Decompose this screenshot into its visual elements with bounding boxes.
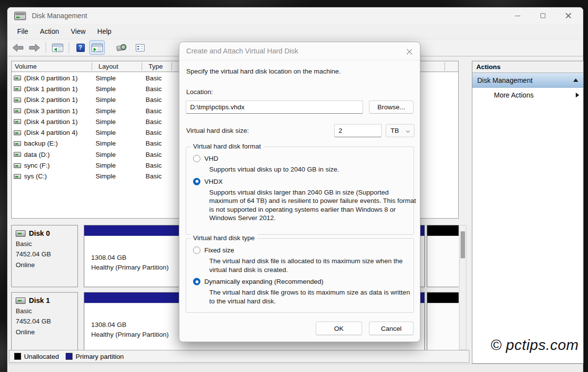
dialog-close-button[interactable] xyxy=(404,47,414,56)
vhdx-radio[interactable] xyxy=(193,178,200,185)
volume-layout: Simple xyxy=(96,118,146,125)
volume-layout: Simple xyxy=(96,85,146,93)
unallocated-box[interactable] xyxy=(427,225,459,287)
disk-size: 7452.04 GB xyxy=(16,250,77,258)
format-groupbox: Virtual hard disk format VHD Supports vi… xyxy=(186,147,414,235)
help-button[interactable]: ? xyxy=(73,41,88,54)
volume-layout: Simple xyxy=(96,96,146,103)
column-divider[interactable] xyxy=(92,62,92,71)
volume-name: (Disk 4 partition 4) xyxy=(24,129,78,136)
back-button[interactable] xyxy=(10,41,25,54)
volume-icon xyxy=(14,163,21,168)
maximize-icon xyxy=(540,13,545,18)
volume-name: (Disk 1 partition 1) xyxy=(24,85,78,93)
minimize-button[interactable] xyxy=(505,7,530,24)
type-groupbox: Virtual hard disk type Fixed size The vi… xyxy=(186,238,414,313)
disk-size: 7452.04 GB xyxy=(16,318,77,325)
column-divider[interactable] xyxy=(444,62,445,71)
forward-icon xyxy=(29,44,40,52)
disk-header[interactable]: Disk 0 Basic 7452.04 GB Online xyxy=(11,225,78,287)
chevron-down-icon xyxy=(406,128,410,132)
volume-layout: Simple xyxy=(96,162,146,169)
properties-button[interactable] xyxy=(133,41,147,54)
disk-kind: Basic xyxy=(16,240,77,248)
search-disk-icon xyxy=(117,44,126,51)
window-title: Disk Management xyxy=(32,12,87,20)
collapse-icon[interactable] xyxy=(573,78,578,82)
checklist-icon xyxy=(136,44,145,51)
fixed-size-radio[interactable] xyxy=(193,247,200,254)
forward-button[interactable] xyxy=(27,41,42,54)
maximize-button[interactable] xyxy=(530,7,556,24)
dynamically-expanding-description: The virtual hard disk file grows to its … xyxy=(209,288,417,305)
size-label: Virtual hard disk size: xyxy=(186,127,249,134)
location-input[interactable] xyxy=(186,100,363,114)
dynamically-expanding-radio-label[interactable]: Dynamically expanding (Recommended) xyxy=(204,278,323,285)
unallocated-legend-swatch xyxy=(14,353,21,360)
volume-icon xyxy=(14,108,21,113)
volume-icon xyxy=(14,75,21,80)
vhd-radio[interactable] xyxy=(193,155,200,162)
watermark: © pctips.com xyxy=(478,337,579,353)
volume-layout: Simple xyxy=(96,74,146,82)
column-divider[interactable] xyxy=(142,62,142,71)
primary-partition-legend-label: Primary partition xyxy=(75,353,123,360)
vhd-radio-label[interactable]: VHD xyxy=(204,155,219,162)
disk-status: Online xyxy=(16,261,77,269)
column-divider[interactable] xyxy=(172,62,172,71)
volume-name: (Disk 4 partition 1) xyxy=(24,118,78,125)
volume-name: (Disk 0 partition 1) xyxy=(24,74,78,82)
scrollbar-thumb[interactable] xyxy=(461,231,465,258)
type-group-legend: Virtual hard disk type xyxy=(191,234,257,242)
size-input[interactable] xyxy=(334,124,382,137)
vhdx-description: Supports virtual disks larger than 2040 … xyxy=(209,188,417,223)
volume-name: (Disk 3 partition 1) xyxy=(24,107,78,115)
fixed-size-radio-label[interactable]: Fixed size xyxy=(204,247,234,254)
volume-name: sys (C:) xyxy=(24,173,47,180)
menu-file[interactable]: File xyxy=(12,25,33,37)
back-icon xyxy=(12,44,24,52)
size-unit-value: TB xyxy=(391,127,399,134)
size-unit-select[interactable]: TB xyxy=(386,124,415,137)
dialog-title-bar: Create and Attach Virtual Hard Disk xyxy=(179,42,420,60)
cancel-button[interactable]: Cancel xyxy=(369,322,414,335)
disk-kind: Basic xyxy=(16,307,77,315)
show-console-tree-button[interactable] xyxy=(50,41,65,54)
console-tree-icon xyxy=(52,44,63,52)
vhdx-radio-label[interactable]: VHDX xyxy=(204,178,223,185)
column-header-volume[interactable]: Volume xyxy=(12,63,96,70)
menu-bar: File Action View Help xyxy=(7,24,583,39)
volume-layout: Simple xyxy=(96,173,146,180)
dynamically-expanding-radio[interactable] xyxy=(193,278,200,285)
browse-button[interactable]: Browse... xyxy=(369,100,414,114)
disk-header[interactable]: Disk 1 Basic 7452.04 GB Online xyxy=(11,292,78,350)
close-button[interactable] xyxy=(556,7,581,24)
show-action-pane-button[interactable] xyxy=(90,41,104,54)
menu-view[interactable]: View xyxy=(66,25,90,37)
vhd-description: Supports virtual disks up to 2040 GB in … xyxy=(209,165,417,174)
menu-help[interactable]: Help xyxy=(93,25,117,37)
actions-header: Actions xyxy=(472,61,583,73)
actions-disk-management[interactable]: Disk Management xyxy=(472,73,583,88)
vertical-scrollbar[interactable] xyxy=(459,225,466,350)
location-label: Location: xyxy=(186,88,213,96)
disk-name: Disk 0 xyxy=(29,229,50,237)
volume-name: (Disk 2 partition 1) xyxy=(24,96,78,103)
volume-name: backup (E:) xyxy=(24,140,58,147)
unallocated-legend-label: Unallocated xyxy=(24,353,59,360)
volume-name: data (D:) xyxy=(24,151,50,158)
primary-partition-legend-swatch xyxy=(66,353,73,360)
menu-action[interactable]: Action xyxy=(35,25,64,37)
column-header-layout[interactable]: Layout xyxy=(96,63,146,70)
ok-button[interactable]: OK xyxy=(316,322,362,335)
unallocated-strip xyxy=(427,225,459,236)
more-actions-label: More Actions xyxy=(494,91,534,99)
close-icon xyxy=(406,49,413,55)
rescan-disks-button[interactable] xyxy=(114,41,129,54)
volume-icon xyxy=(14,119,21,124)
actions-more-actions[interactable]: More Actions xyxy=(472,88,583,102)
unallocated-box[interactable] xyxy=(427,292,459,350)
title-bar: Disk Management xyxy=(7,7,583,24)
unallocated-strip xyxy=(427,293,459,303)
disk-icon xyxy=(16,298,25,304)
